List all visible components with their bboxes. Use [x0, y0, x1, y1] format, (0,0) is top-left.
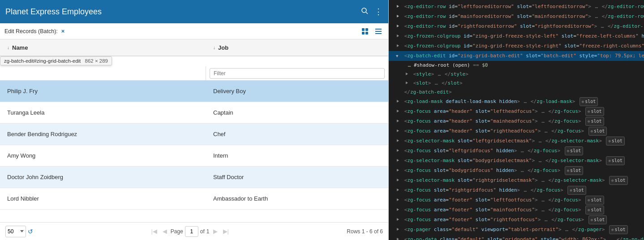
- name-sort-icon: ↓: [7, 45, 9, 50]
- table-row[interactable]: Philip J. Fry Delivery Boy: [0, 81, 388, 102]
- table-row[interactable]: Bender Bending Rodriguez Chef: [0, 124, 388, 145]
- svg-marker-24: [397, 179, 399, 181]
- devtools-line[interactable]: <zg-focus area="header" slot="mainheadfo…: [389, 116, 644, 126]
- devtools-line[interactable]: <zg-pager class="default" viewport="tabl…: [389, 225, 644, 235]
- devtools-line[interactable]: <zg-selector-mask slot="rightgridselectm…: [389, 176, 644, 185]
- tooltip: zg-batch-edit#zing-grid-batch-edit 862 ×…: [0, 56, 112, 65]
- devtools-line[interactable]: <zg-focus area="footer" slot="rightfootf…: [389, 215, 644, 225]
- name-cell: Bender Bending Rodriguez: [0, 131, 206, 137]
- page-navigation: |◀ ◀ Page of 1 ▶ ▶|: [149, 226, 231, 237]
- devtools-line[interactable]: <zg-editor-row id="leftfooreditorrow" sl…: [389, 2, 644, 12]
- svg-rect-3: [365, 28, 368, 31]
- svg-marker-19: [397, 129, 399, 132]
- svg-marker-28: [397, 218, 399, 221]
- last-page-button[interactable]: ▶|: [221, 227, 231, 236]
- first-page-button[interactable]: |◀: [149, 227, 159, 236]
- refresh-button[interactable]: ↺: [28, 228, 33, 235]
- left-panel: Planet Express Employees ⋮ Edit Records …: [0, 0, 389, 240]
- svg-marker-20: [397, 139, 399, 142]
- svg-marker-26: [397, 198, 399, 201]
- job-column-header[interactable]: ↓ Job: [206, 44, 388, 51]
- more-options-icon[interactable]: ⋮: [374, 7, 383, 17]
- devtools-line[interactable]: <zg-frozen-colgroup id="zing-grid-freeze…: [389, 31, 644, 41]
- column-headers: ↓ Name ↓ Job: [0, 39, 388, 56]
- devtools-line[interactable]: <zg-frozen-colgroup id="zing-grid-freeze…: [389, 41, 644, 51]
- svg-marker-21: [397, 149, 399, 152]
- devtools-line-highlighted[interactable]: ▼ <zg-batch-edit id="zing-grid-batch-edi…: [389, 51, 644, 61]
- svg-marker-10: [397, 15, 399, 17]
- devtools-line[interactable]: <zg-load-mask default-load-mask hidden> …: [389, 97, 644, 107]
- devtools-line[interactable]: <zg-focus slot="bodygridfocus" hidden> ……: [389, 166, 644, 176]
- devtools-shadow-root[interactable]: ▶ … #shadow-root (open) == $0: [389, 61, 644, 70]
- devtools-line[interactable]: <zg-focus slot="leftgridfocus" hidden> ……: [389, 146, 644, 156]
- grid-title: Planet Express Employees: [5, 7, 102, 17]
- job-sort-icon: ↓: [213, 45, 215, 50]
- toolbar-left: Edit Records (Batch): ×: [4, 28, 64, 34]
- filter-row: [0, 66, 388, 81]
- card-view-button[interactable]: [360, 26, 370, 36]
- devtools-panel: <zg-editor-row id="leftfooreditorrow" sl…: [389, 0, 644, 240]
- svg-marker-17: [397, 110, 399, 112]
- svg-rect-5: [365, 32, 368, 34]
- svg-marker-25: [397, 189, 399, 191]
- page-label: Page: [171, 228, 183, 235]
- name-cell: Philip J. Fry: [0, 88, 206, 94]
- table-row[interactable]: Amy Wong Intern: [0, 145, 388, 167]
- current-page-input[interactable]: [185, 226, 198, 237]
- devtools-line[interactable]: <zg-selector-mask slot="bodygridselectma…: [389, 156, 644, 166]
- devtools-line[interactable]: <zg-editor-row id="rightfooreditorrow" s…: [389, 21, 644, 31]
- svg-point-0: [362, 8, 366, 13]
- devtools-style-tag[interactable]: <style> … </style>: [389, 70, 644, 79]
- name-column-label: Name: [12, 44, 28, 51]
- name-cell: Lord Nibbler: [0, 195, 206, 202]
- svg-marker-9: [397, 5, 399, 8]
- page-size-dropdown[interactable]: 50 25 100: [5, 226, 26, 237]
- name-cell: Doctor John Zoidberg: [0, 174, 206, 180]
- job-filter-input[interactable]: [210, 68, 385, 79]
- devtools-close-batch[interactable]: ▶ </zg-batch-edit>: [389, 88, 644, 97]
- pagination: 50 25 100 ↺ |◀ ◀ Page of 1 ▶ ▶| Rows 1 -…: [0, 222, 388, 240]
- name-filter-cell: [0, 66, 206, 80]
- data-rows: Philip J. Fry Delivery Boy Turanga Leela…: [0, 81, 388, 222]
- job-cell: Captain: [206, 109, 388, 116]
- devtools-content: <zg-editor-row id="leftfooreditorrow" sl…: [389, 0, 644, 240]
- table-row[interactable]: Lord Nibbler Ambassador to Earth: [0, 188, 388, 210]
- svg-marker-30: [397, 238, 399, 240]
- tooltip-selector: zg-batch-edit#zing-grid-batch-edit: [4, 58, 81, 64]
- toolbar-close-button[interactable]: ×: [61, 28, 65, 34]
- svg-rect-2: [362, 28, 365, 31]
- table-row[interactable]: Turanga Leela Captain: [0, 102, 388, 124]
- devtools-line[interactable]: <zg-no-data class="default" slot="gridno…: [389, 235, 644, 240]
- devtools-slot-tag[interactable]: <slot> … </slot>: [389, 79, 644, 88]
- devtools-line[interactable]: <zg-focus slot="rightgridfocus" hidden> …: [389, 185, 644, 195]
- svg-marker-14: [406, 73, 408, 75]
- name-column-header[interactable]: ↓ Name: [0, 44, 206, 51]
- rows-info: Rows 1 - 6 of 6: [347, 228, 383, 235]
- svg-line-1: [366, 12, 368, 14]
- tooltip-dimensions: 862 × 289: [85, 58, 108, 64]
- job-cell: Ambassador to Earth: [206, 195, 388, 202]
- devtools-line[interactable]: <zg-focus area="footer" slot="leftfootfo…: [389, 195, 644, 205]
- svg-rect-8: [375, 33, 382, 34]
- job-cell: Intern: [206, 152, 388, 159]
- search-icon[interactable]: [361, 7, 368, 16]
- toolbar-label: Edit Records (Batch):: [4, 28, 58, 34]
- job-cell: Staff Doctor: [206, 174, 388, 180]
- devtools-line[interactable]: <zg-focus area="footer" slot="mainfootfo…: [389, 205, 644, 215]
- prev-page-button[interactable]: ◀: [161, 227, 169, 236]
- table-row[interactable]: Doctor John Zoidberg Staff Doctor: [0, 167, 388, 188]
- devtools-line[interactable]: <zg-editor-row id="mainfooreditorrow" sl…: [389, 12, 644, 21]
- svg-marker-11: [397, 25, 399, 27]
- devtools-line[interactable]: <zg-focus area="header" slot="leftheadfo…: [389, 107, 644, 116]
- devtools-line[interactable]: <zg-selector-mask slot="leftgridselectma…: [389, 136, 644, 146]
- total-pages: 1: [206, 228, 210, 235]
- devtools-line[interactable]: <zg-focus area="header" slot="rightheadf…: [389, 126, 644, 136]
- svg-marker-18: [397, 120, 399, 122]
- svg-marker-15: [406, 81, 408, 84]
- job-column-label: Job: [218, 44, 228, 51]
- grid-header: Planet Express Employees ⋮: [0, 0, 388, 23]
- next-page-button[interactable]: ▶: [211, 227, 219, 236]
- svg-marker-29: [397, 228, 399, 231]
- job-cell: Delivery Boy: [206, 88, 388, 94]
- list-view-button[interactable]: [373, 26, 384, 36]
